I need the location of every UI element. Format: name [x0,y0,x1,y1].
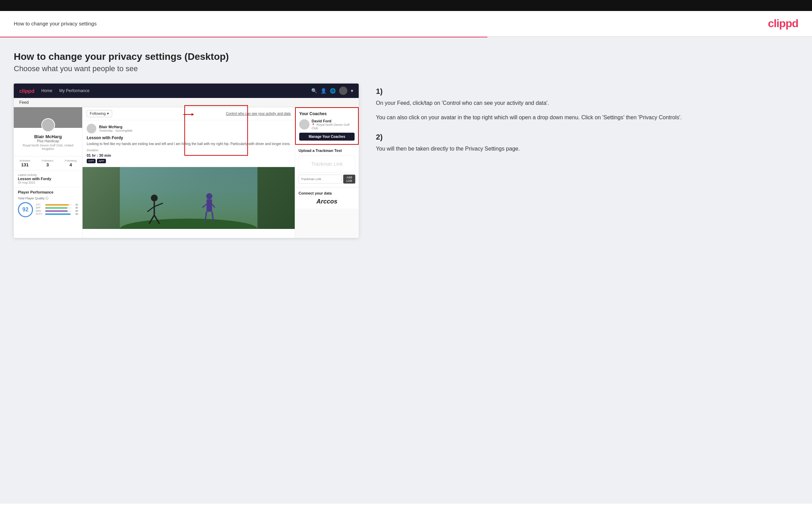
control-link[interactable]: Control who can see your activity and da… [226,112,291,115]
trackman-input-row: Add Link [299,175,355,184]
app-screenshot: clippd Home My Performance 🔍 👤 🌐 ▾ Feed [14,84,359,238]
tag-ott: OTT [87,159,96,163]
trackman-section: Upload a Trackman Test Trackman Link Add… [295,145,359,187]
arccos-title: Connect your data [299,191,355,195]
step-2-text: You will then be taken directly to the P… [376,144,798,153]
footer: Copyright Clippd 2022 [0,503,812,507]
step-1-number: 1) [376,87,798,96]
trackman-input[interactable] [299,175,342,184]
pp-bars: OTT 90 APP 85 [36,203,78,216]
profile-info: Blair McHarg Plus Handicap Royal North D… [14,128,82,156]
manage-coaches-button[interactable]: Manage Your Coaches [299,133,355,141]
app-nav-performance[interactable]: My Performance [59,88,89,93]
app-body: Blair McHarg Plus Handicap Royal North D… [14,107,359,238]
header: How to change your privacy settings clip… [0,11,812,37]
bar-ott: OTT 90 [36,203,78,206]
person-icon[interactable]: 👤 [321,88,326,93]
player-performance-title: Player Performance [18,190,78,194]
step-2: 2) You will then be taken directly to th… [376,133,798,153]
profile-club: Royal North Devon Golf Club, United King… [17,144,79,151]
app-screenshot-wrapper: clippd Home My Performance 🔍 👤 🌐 ▾ Feed [14,84,359,238]
quality-score: 92 [18,202,33,217]
middle-panel: Following ▾ Control who can see your act… [83,107,295,238]
golf-image-svg [83,167,295,229]
page-subheading: Choose what you want people to see [14,64,798,73]
activities-label: Activities [20,159,31,162]
browser-tab-title: How to change your privacy settings [14,21,97,26]
stat-followers: Followers 3 [42,159,53,167]
profile-name: Blair McHarg [17,134,79,139]
app-nav-logo: clippd [19,88,34,94]
post-image [83,167,295,229]
tag-app: APP [97,159,106,163]
avatar [41,118,55,132]
coach-avatar [299,119,310,130]
post-author-date: Yesterday · Sunningdale [99,129,132,132]
top-bar [0,0,812,11]
trackman-placeholder: Trackman Link [299,155,355,173]
post-author-name: Blair McHarg [99,125,132,129]
post-duration-label: Duration [87,148,291,152]
app-nav-home[interactable]: Home [41,88,52,93]
bar-putt: PUTT 96 [36,213,78,215]
profile-stats: Activities 131 Followers 3 Following 4 [14,156,82,170]
followers-label: Followers [42,159,53,162]
following-bar: Following ▾ Control who can see your act… [83,107,295,120]
post-duration-value: 01 hr : 30 min [87,153,291,157]
latest-activity-label: Latest Activity [18,173,78,177]
step-1-text-part2: You can also click on your avatar in the… [376,113,798,122]
main-content: How to change your privacy settings (Des… [0,37,812,503]
pp-content: 92 OTT 90 APP [18,202,78,217]
svg-rect-9 [207,199,212,212]
content-layout: clippd Home My Performance 🔍 👤 🌐 ▾ Feed [14,84,798,238]
latest-activity: Latest Activity Lesson with Fordy 03 Aug… [14,170,82,187]
post-avatar [87,124,96,133]
globe-icon[interactable]: 🌐 [330,88,336,93]
svg-point-8 [206,193,213,199]
step-2-number: 2) [376,133,798,142]
followers-value: 3 [42,162,53,167]
post-tags: OTT APP [87,159,291,163]
stat-following: Following 4 [65,159,77,167]
step-1-text-part1: On your Feed, click/tap on 'Control who … [376,99,798,108]
post-title: Lesson with Fordy [87,135,291,140]
coach-club: 📍 Royal North Devon Golf Club [312,123,355,130]
bar-app: APP 85 [36,207,78,209]
latest-activity-date: 03 Aug 2022 [18,181,78,184]
step-1: 1) On your Feed, click/tap on 'Control w… [376,87,798,122]
user-avatar[interactable] [339,87,347,95]
following-label: Following [65,159,77,162]
post-author: Blair McHarg Yesterday · Sunningdale [87,124,291,133]
add-link-button[interactable]: Add Link [343,175,355,184]
coach-item: David Ford 📍 Royal North Devon Golf Club [299,119,355,130]
bar-arg: ARG 86 [36,210,78,212]
trackman-title: Upload a Trackman Test [299,148,355,153]
svg-point-2 [151,195,158,201]
coaches-section: Your Coaches David Ford 📍 Royal North De… [295,107,359,145]
coaches-title: Your Coaches [299,111,355,116]
coach-name: David Ford [312,119,355,123]
right-panel: Your Coaches David Ford 📍 Royal North De… [295,107,359,238]
profile-banner [14,107,82,128]
chevron-down-icon[interactable]: ▾ [351,88,353,93]
feed-tab[interactable]: Feed [14,98,359,107]
stat-activities: Activities 131 [20,159,31,167]
quality-label: Total Player Quality ⓘ [18,196,78,201]
page-heading: How to change your privacy settings (Des… [14,51,798,62]
instructions: 1) On your Feed, click/tap on 'Control w… [369,84,798,164]
arccos-logo: Arccos [299,198,355,205]
post-description: Looking to feel like my hands are exitin… [87,142,291,146]
profile-badge: Plus Handicap [17,139,79,143]
feed-post: Blair McHarg Yesterday · Sunningdale Les… [83,120,295,167]
latest-activity-name: Lesson with Fordy [18,177,78,181]
arccos-section: Connect your data Arccos [295,188,359,209]
following-value: 4 [65,162,77,167]
app-nav-icons: 🔍 👤 🌐 ▾ [311,87,353,95]
following-button[interactable]: Following ▾ [87,110,112,117]
left-panel: Blair McHarg Plus Handicap Royal North D… [14,107,83,238]
app-nav: clippd Home My Performance 🔍 👤 🌐 ▾ [14,84,359,98]
player-performance: Player Performance Total Player Quality … [14,187,82,220]
clippd-logo: clippd [768,17,798,30]
activities-value: 131 [20,162,31,167]
search-icon[interactable]: 🔍 [311,88,317,93]
